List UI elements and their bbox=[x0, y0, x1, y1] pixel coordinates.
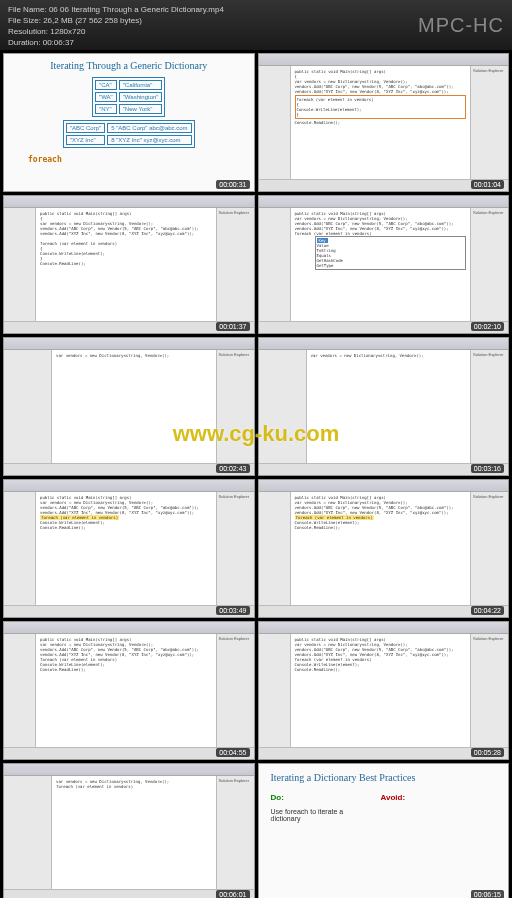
do-heading: Do: bbox=[271, 793, 361, 802]
slide-table-states: "CA""California" "WA""Washington" "NY""N… bbox=[92, 77, 165, 117]
player-header: File Name: 06 06 Iterating Through a Gen… bbox=[0, 0, 512, 50]
timestamp-badge: 00:01:04 bbox=[471, 180, 504, 189]
timestamp-badge: 00:01:37 bbox=[216, 322, 249, 331]
file-name-label: File Name: bbox=[8, 5, 47, 14]
avoid-heading: Avoid: bbox=[381, 793, 406, 802]
thumbnail-slide-intro[interactable]: Iterating Through a Generic Dictionary "… bbox=[3, 53, 255, 192]
ide-solution-panel bbox=[259, 66, 291, 179]
ide-code-editor: var vendors = new Dictionary<string, Ven… bbox=[52, 350, 216, 463]
intellisense-popup: Key Value ToString Equals GetHashCode Ge… bbox=[315, 236, 467, 270]
thumbnail-ide[interactable]: public static void Main(string[] args) v… bbox=[258, 479, 510, 618]
ide-solution-panel bbox=[4, 492, 36, 605]
duration-label: Duration: bbox=[8, 38, 40, 47]
player-container: File Name: 06 06 Iterating Through a Gen… bbox=[0, 0, 512, 898]
ide-solution-panel bbox=[259, 208, 291, 321]
thumbnail-slide-bestpractices[interactable]: Iterating a Dictionary Best Practices Do… bbox=[258, 763, 510, 898]
file-metadata: File Name: 06 06 Iterating Through a Gen… bbox=[8, 4, 224, 48]
timestamp-badge: 00:02:43 bbox=[216, 464, 249, 473]
timestamp-badge: 00:03:16 bbox=[471, 464, 504, 473]
thumbnail-ide[interactable]: public static void Main(string[] args) v… bbox=[258, 621, 510, 760]
file-name-value: 06 06 Iterating Through a Generic Dictio… bbox=[49, 5, 224, 14]
ide-code-editor: var vendors = new Dictionary<string, Ven… bbox=[52, 776, 216, 889]
ide-code-editor: public static void Main(string[] args) v… bbox=[291, 208, 471, 321]
thumbnail-ide[interactable]: var vendors = new Dictionary<string, Ven… bbox=[3, 337, 255, 476]
timestamp-badge: 00:06:01 bbox=[216, 890, 249, 898]
thumbnail-ide[interactable]: public static void Main(string[] args){ … bbox=[3, 195, 255, 334]
timestamp-badge: 00:03:49 bbox=[216, 606, 249, 615]
ide-code-editor: public static void Main(string[] args) v… bbox=[291, 492, 471, 605]
ide-solution-panel bbox=[4, 208, 36, 321]
ide-solution-panel bbox=[259, 634, 291, 747]
ide-code-editor: public static void Main(string[] args) v… bbox=[36, 634, 216, 747]
ide-code-editor: var vendors = new Dictionary<string, Ven… bbox=[307, 350, 471, 463]
ide-code-editor: public static void Main(string[] args) v… bbox=[36, 492, 216, 605]
highlighted-block: foreach (var element in vendors) { Conso… bbox=[295, 95, 467, 119]
resolution-label: Resolution: bbox=[8, 27, 48, 36]
player-logo: MPC-HC bbox=[418, 20, 504, 31]
thumbnail-ide[interactable]: public static void Main(string[] args) v… bbox=[3, 621, 255, 760]
thumbnail-ide[interactable]: public static void Main(string[] args) v… bbox=[3, 479, 255, 618]
thumbnail-ide[interactable]: public static void Main(string[] args) {… bbox=[258, 53, 510, 192]
thumbnail-ide[interactable]: public static void Main(string[] args) v… bbox=[258, 195, 510, 334]
thumbnail-ide[interactable]: var vendors = new Dictionary<string, Ven… bbox=[258, 337, 510, 476]
ide-solution-panel bbox=[4, 634, 36, 747]
timestamp-badge: 00:04:22 bbox=[471, 606, 504, 615]
resolution-value: 1280x720 bbox=[50, 27, 85, 36]
file-size-value: 26,2 MB (27 562 258 bytes) bbox=[43, 16, 142, 25]
timestamp-badge: 00:05:28 bbox=[471, 748, 504, 757]
thumbnail-grid: Iterating Through a Generic Dictionary "… bbox=[0, 50, 512, 898]
slide-title: Iterating Through a Generic Dictionary bbox=[50, 60, 207, 71]
timestamp-badge: 00:00:31 bbox=[216, 180, 249, 189]
file-size-label: File Size: bbox=[8, 16, 41, 25]
ide-code-editor: public static void Main(string[] args) {… bbox=[291, 66, 471, 179]
slide-title: Iterating a Dictionary Best Practices bbox=[271, 772, 497, 783]
ide-code-editor: public static void Main(string[] args){ … bbox=[36, 208, 216, 321]
do-text: Use foreach to iterate a dictionary bbox=[271, 808, 361, 822]
duration-value: 00:06:37 bbox=[43, 38, 74, 47]
thumbnail-ide[interactable]: var vendors = new Dictionary<string, Ven… bbox=[3, 763, 255, 898]
ide-solution-explorer: Solution Explorer bbox=[470, 66, 508, 179]
slide-keyword: foreach bbox=[28, 155, 62, 164]
ide-titlebar bbox=[259, 54, 509, 66]
slide-table-vendors: "ABC Corp"5 "ABC Corp" abc@abc.com "XYZ … bbox=[63, 120, 195, 148]
timestamp-badge: 00:06:15 bbox=[471, 890, 504, 898]
ide-code-editor: public static void Main(string[] args) v… bbox=[291, 634, 471, 747]
timestamp-badge: 00:04:55 bbox=[216, 748, 249, 757]
timestamp-badge: 00:02:10 bbox=[471, 322, 504, 331]
ide-test-panel bbox=[4, 350, 52, 463]
ide-test-panel bbox=[259, 350, 307, 463]
ide-solution-panel bbox=[259, 492, 291, 605]
ide-test-panel bbox=[4, 776, 52, 889]
